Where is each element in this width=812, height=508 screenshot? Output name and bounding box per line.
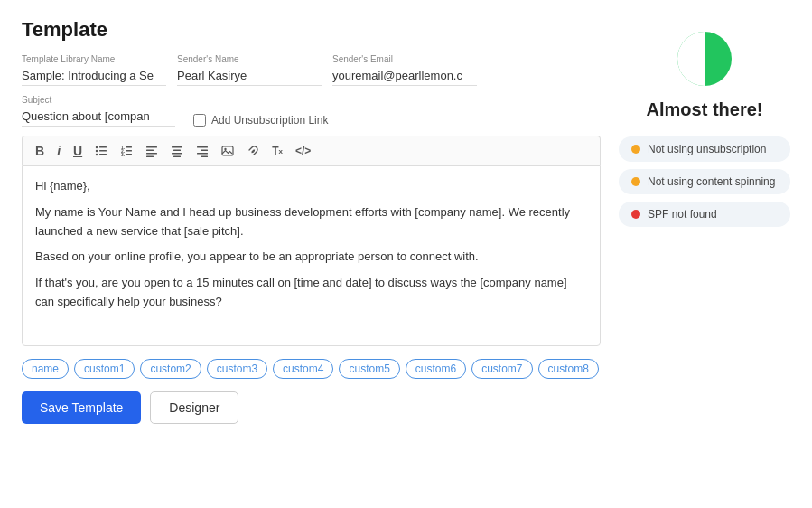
tag-chip-custom4[interactable]: custom4 bbox=[273, 359, 333, 379]
svg-rect-24 bbox=[222, 146, 233, 155]
svg-point-2 bbox=[96, 150, 98, 152]
sender-name-field-group: Sender's Name bbox=[177, 54, 322, 86]
tag-chip-custom8[interactable]: custom8 bbox=[538, 359, 599, 379]
editor-content[interactable]: Hi {name}, My name is Your Name and I he… bbox=[35, 177, 587, 312]
status-item: Not using content spinning bbox=[619, 169, 790, 194]
svg-rect-20 bbox=[197, 146, 208, 148]
svg-rect-22 bbox=[197, 153, 208, 155]
progress-circle-icon bbox=[673, 27, 736, 90]
template-library-label: Template Library Name bbox=[22, 54, 166, 64]
svg-rect-11 bbox=[126, 154, 132, 155]
status-item-label: Not using unsubscription bbox=[648, 143, 766, 155]
save-template-button[interactable]: Save Template bbox=[22, 391, 141, 424]
svg-rect-23 bbox=[201, 156, 208, 158]
template-library-field-group: Template Library Name bbox=[22, 54, 166, 86]
svg-rect-9 bbox=[126, 150, 132, 152]
action-row: Save Template Designer bbox=[22, 391, 601, 424]
subject-input[interactable] bbox=[22, 107, 175, 127]
status-dot-icon bbox=[631, 177, 640, 186]
email-editor[interactable]: Hi {name}, My name is Your Name and I he… bbox=[22, 165, 601, 346]
svg-rect-16 bbox=[172, 146, 182, 148]
svg-rect-21 bbox=[201, 150, 208, 152]
svg-rect-14 bbox=[146, 153, 157, 155]
sender-email-input[interactable] bbox=[332, 66, 477, 86]
svg-rect-19 bbox=[173, 156, 181, 158]
link-button[interactable] bbox=[243, 143, 263, 159]
template-library-input[interactable] bbox=[22, 66, 166, 86]
italic-button[interactable]: i bbox=[53, 142, 64, 160]
editor-line-4: If that's you, are you open to a 15 minu… bbox=[35, 274, 587, 312]
unordered-list-button[interactable] bbox=[91, 143, 111, 159]
svg-rect-1 bbox=[99, 146, 107, 148]
align-center-button[interactable] bbox=[167, 143, 187, 159]
clear-format-button[interactable]: Tx bbox=[268, 143, 286, 159]
svg-point-4 bbox=[96, 154, 98, 155]
code-button[interactable]: </> bbox=[292, 143, 314, 159]
svg-rect-3 bbox=[99, 150, 107, 152]
bold-button[interactable]: B bbox=[32, 142, 48, 160]
tags-row: namecustom1custom2custom3custom4custom5c… bbox=[22, 359, 601, 379]
page-title: Template bbox=[22, 18, 601, 42]
tag-chip-custom6[interactable]: custom6 bbox=[406, 359, 466, 379]
tag-chip-custom2[interactable]: custom2 bbox=[140, 359, 201, 379]
unsub-link-text: Add Unsubscription Link bbox=[211, 114, 328, 127]
svg-rect-18 bbox=[172, 153, 182, 155]
svg-rect-7 bbox=[126, 146, 132, 148]
svg-rect-5 bbox=[99, 154, 107, 155]
almost-there-title: Almost there! bbox=[647, 99, 763, 120]
align-right-button[interactable] bbox=[192, 143, 212, 159]
svg-text:3.: 3. bbox=[121, 152, 126, 157]
tag-chip-name[interactable]: name bbox=[22, 359, 69, 379]
tag-chip-custom5[interactable]: custom5 bbox=[339, 359, 399, 379]
editor-line-1: Hi {name}, bbox=[35, 177, 587, 196]
underline-button[interactable]: U bbox=[70, 142, 86, 160]
tag-chip-custom1[interactable]: custom1 bbox=[74, 359, 135, 379]
svg-rect-15 bbox=[146, 156, 154, 158]
unsub-link-label[interactable]: Add Unsubscription Link bbox=[193, 114, 328, 127]
status-dot-icon bbox=[631, 210, 640, 219]
sender-name-label: Sender's Name bbox=[177, 54, 322, 64]
status-list: Not using unsubscriptionNot using conten… bbox=[619, 136, 790, 227]
status-dot-icon bbox=[631, 145, 640, 154]
status-item-label: SPF not found bbox=[648, 208, 717, 221]
editor-toolbar: B i U 1.2.3. bbox=[22, 136, 601, 165]
designer-button[interactable]: Designer bbox=[150, 391, 238, 424]
svg-rect-12 bbox=[146, 146, 157, 148]
editor-line-2: My name is Your Name and I head up busin… bbox=[35, 203, 587, 241]
svg-rect-13 bbox=[146, 150, 154, 152]
sender-email-field-group: Sender's Email bbox=[332, 54, 477, 86]
svg-point-0 bbox=[96, 146, 98, 148]
unsub-checkbox[interactable] bbox=[193, 114, 206, 127]
align-left-button[interactable] bbox=[142, 143, 162, 159]
editor-line-3: Based on your online profile, you appear… bbox=[35, 248, 587, 267]
sender-name-input[interactable] bbox=[177, 66, 322, 86]
tag-chip-custom7[interactable]: custom7 bbox=[471, 359, 532, 379]
sender-email-label: Sender's Email bbox=[332, 54, 477, 64]
ordered-list-button[interactable]: 1.2.3. bbox=[117, 143, 136, 159]
right-panel: Almost there! Not using unsubscriptionNo… bbox=[619, 18, 790, 494]
status-item: Not using unsubscription bbox=[619, 136, 790, 162]
subject-label: Subject bbox=[22, 95, 175, 105]
tag-chip-custom3[interactable]: custom3 bbox=[207, 359, 267, 379]
status-item: SPF not found bbox=[619, 202, 790, 227]
svg-rect-17 bbox=[173, 150, 181, 152]
subject-field-group: Subject bbox=[22, 95, 175, 127]
image-button[interactable] bbox=[218, 143, 238, 159]
status-item-label: Not using content spinning bbox=[648, 175, 775, 188]
